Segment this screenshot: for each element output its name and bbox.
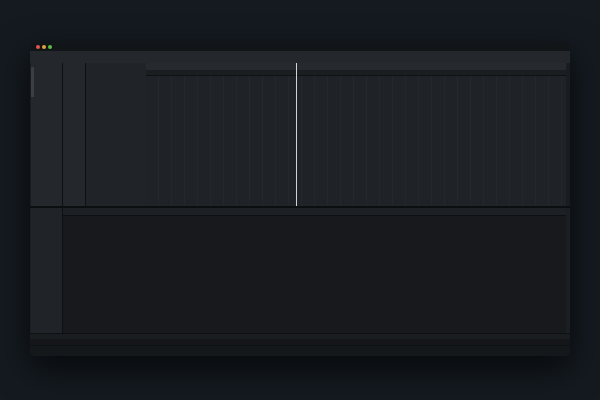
transport-bar	[30, 345, 570, 356]
channel-strip-meter	[31, 208, 63, 345]
maximize-icon[interactable]	[48, 45, 52, 49]
project-window-body	[30, 63, 570, 206]
arrangement-area	[146, 63, 566, 206]
close-icon[interactable]	[36, 45, 40, 49]
title-bar[interactable]	[30, 42, 570, 51]
cubase-window	[30, 42, 570, 356]
event-lanes	[146, 75, 566, 206]
minimize-icon[interactable]	[42, 45, 46, 49]
scroll-thumb[interactable]	[31, 67, 34, 97]
mixconsole	[63, 208, 566, 333]
mixconsole-toolbar	[63, 208, 566, 216]
desktop: { "colors":{"teal":"#35b59e","cyan":"#45…	[0, 0, 600, 400]
channel-tab-panel	[31, 63, 63, 206]
inspector-panel	[63, 63, 86, 206]
playhead[interactable]	[296, 63, 297, 206]
track-list	[86, 63, 147, 206]
